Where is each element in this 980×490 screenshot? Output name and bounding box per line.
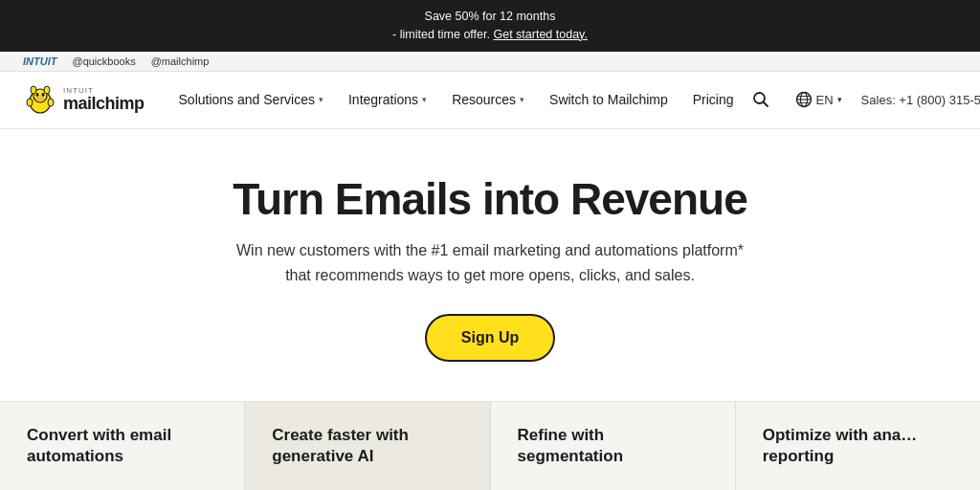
intuit-bar: INTUIT quickbooks mailchimp <box>0 52 980 72</box>
quickbooks-link[interactable]: quickbooks <box>72 56 135 67</box>
nav-resources[interactable]: Resources ▾ <box>440 84 536 115</box>
nav-switch[interactable]: Switch to Mailchimp <box>538 84 679 115</box>
svg-point-5 <box>42 93 45 97</box>
nav-pricing[interactable]: Pricing <box>681 84 746 115</box>
mailchimp-link[interactable]: mailchimp <box>151 56 210 67</box>
svg-point-7 <box>31 86 36 94</box>
feature-card-title-1: Create faster with generative AI <box>272 426 409 465</box>
feature-card-title-0: Convert with email automations <box>27 426 171 465</box>
chevron-down-icon: ▾ <box>520 95 524 104</box>
logo-mailchimp-label: mailchimp <box>63 95 145 112</box>
search-button[interactable] <box>746 84 776 115</box>
feature-cards: Convert with email automations Create fa… <box>0 401 980 490</box>
mailchimp-monkey-icon <box>23 82 57 117</box>
feature-card-title-2: Refine with segmentation <box>518 426 624 465</box>
svg-point-4 <box>36 93 39 97</box>
globe-icon <box>795 91 813 108</box>
logo-text: INTUIT mailchimp <box>63 87 145 112</box>
promo-line2: - limited time offer. <box>392 28 493 41</box>
promo-line1: Save 50% for 12 months <box>425 10 556 23</box>
lang-label: EN <box>816 93 834 107</box>
nav-solutions[interactable]: Solutions and Services ▾ <box>167 84 335 115</box>
main-nav: INTUIT mailchimp Solutions and Services … <box>0 72 980 129</box>
promo-bar: Save 50% for 12 months - limited time of… <box>0 0 980 52</box>
feature-card-2: Refine with segmentation <box>491 402 736 490</box>
signup-button[interactable]: Sign Up <box>425 314 555 362</box>
nav-links: Solutions and Services ▾ Integrations ▾ … <box>167 84 746 115</box>
hero-section: Turn Emails into Revenue Win new custome… <box>0 129 980 397</box>
intuit-brand: INTUIT <box>23 56 56 67</box>
hero-subtitle: Win new customers with the #1 email mark… <box>222 238 758 287</box>
nav-right: EN ▾ Sales: +1 (800) 315-5939 Log In <box>746 75 980 124</box>
svg-line-10 <box>763 102 768 107</box>
nav-integrations[interactable]: Integrations ▾ <box>337 84 438 115</box>
feature-card-1: Create faster with generative AI <box>245 402 490 490</box>
svg-point-2 <box>48 99 54 106</box>
logo[interactable]: INTUIT mailchimp <box>23 82 145 117</box>
feature-card-0: Convert with email automations <box>0 402 245 490</box>
promo-cta-link[interactable]: Get started today. <box>493 28 587 41</box>
search-icon <box>751 90 770 109</box>
feature-card-3: Optimize with ana… reporting <box>736 402 980 490</box>
chevron-down-icon: ▾ <box>319 95 323 104</box>
lang-chevron-icon: ▾ <box>837 95 842 104</box>
feature-card-title-3: Optimize with ana… reporting <box>763 426 918 465</box>
sales-phone: Sales: +1 (800) 315-5939 <box>861 93 980 107</box>
chevron-down-icon: ▾ <box>422 95 427 104</box>
svg-point-8 <box>44 86 50 94</box>
svg-point-6 <box>37 96 43 100</box>
svg-point-1 <box>27 99 33 106</box>
language-selector[interactable]: EN ▾ <box>788 87 850 112</box>
hero-title: Turn Emails into Revenue <box>15 175 965 224</box>
